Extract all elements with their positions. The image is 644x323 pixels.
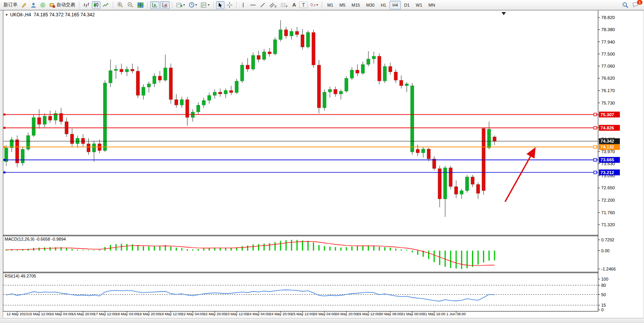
svg-text:18 May 04:00: 18 May 04:00 [116,312,138,316]
cursor-icon [218,2,223,8]
text-tool-button[interactable]: A [290,1,298,9]
cursor-tool-button[interactable] [216,1,225,9]
zoom-out-button[interactable] [126,1,135,9]
svg-text:71.760: 71.760 [601,210,615,215]
autotrading-button[interactable]: 自动交易 [48,1,77,9]
svg-text:31 May 16:00: 31 May 16:00 [423,312,446,316]
timeframe-m5[interactable]: M5 [337,1,348,9]
crosshair-icon [227,2,232,8]
toolbar-separator [147,2,148,9]
tile-windows-button[interactable] [136,1,145,9]
metaeditor-icon[interactable] [20,1,28,9]
svg-text:23 May 12:00: 23 May 12:00 [225,312,248,316]
svg-text:12 May 2023: 12 May 2023 [7,312,28,316]
templates-button[interactable]: ▾ [199,1,211,9]
svg-text:73.665: 73.665 [600,157,614,162]
shapes-tool-button[interactable]: ▾ [309,1,319,9]
periods-button[interactable]: ▾ [187,1,198,9]
svg-text:15 May 12:00: 15 May 12:00 [28,312,51,316]
svg-text:77.940: 77.940 [601,40,615,44]
person-glyph [31,2,36,8]
timeframe-m15[interactable]: M15 [349,1,363,9]
fibonacci-sub-label: F [286,5,288,8]
svg-text:80: 80 [601,283,606,288]
chart-title: ▼UKOil-,H4 74.185 74.372 74.165 74.342 [5,12,95,17]
templates-dropdown-caret: ▾ [208,3,209,7]
timeframe-h4[interactable]: H4 [390,1,400,9]
toolbar-grip [79,2,80,8]
bar-chart-icon [83,2,89,8]
svg-text:75.307: 75.307 [600,112,614,117]
svg-text:73.212: 73.212 [600,170,614,175]
trendline-tool-button[interactable] [258,1,267,9]
new-order-button[interactable]: 新订单 [2,1,19,9]
toolbar-separator [213,2,214,9]
svg-text:76.170: 76.170 [601,88,615,93]
candlestick-chart-button[interactable] [92,1,100,9]
svg-text:100: 100 [601,277,608,281]
new-order-label: 新订单 [4,2,18,8]
search-icon [622,2,628,8]
svg-text:76.620: 76.620 [601,76,615,80]
timeframe-mn[interactable]: MN [426,1,438,9]
vertical-line-tool-button[interactable] [239,1,247,9]
notifications-button[interactable]: 1 [631,1,640,9]
timeframe-m30[interactable]: M30 [363,1,377,9]
svg-text:50: 50 [601,292,606,297]
svg-text:26 May 04:00: 26 May 04:00 [313,312,336,316]
svg-text:15: 15 [601,303,606,307]
window-menu-icon[interactable]: ▼ [5,13,8,17]
autotrading-glyph [49,2,55,8]
toolbar-separator [322,2,322,9]
indicators-icon [176,2,182,8]
main-toolbar: 新订单 自动交易 ▾ ▾ [0,0,644,10]
svg-text:72.200: 72.200 [601,198,615,203]
line-chart-icon [103,2,109,8]
svg-text:29 May 12:00: 29 May 12:00 [357,312,380,316]
svg-text:0.7292: 0.7292 [601,237,614,242]
tile-windows-icon [137,2,144,8]
main-chart[interactable]: 78.82078.38077.94077.50077.06076.62076.1… [0,0,644,323]
svg-text:30 May 08:00: 30 May 08:00 [379,312,402,316]
svg-text:74.826: 74.826 [600,126,614,130]
timeframe-w1[interactable]: W1 [413,1,425,9]
svg-text:26 May 20:00: 26 May 20:00 [335,312,358,316]
horizontal-line-tool-button[interactable] [248,1,258,9]
metaeditor-glyph [21,2,27,8]
timeframe-d1[interactable]: D1 [402,1,412,9]
chart-shift-icon [162,2,168,8]
zoom-in-button[interactable] [116,1,125,9]
candlestick-chart-icon [93,2,99,8]
auto-scroll-icon [152,2,158,8]
equidistant-channel-tool-button[interactable]: E [268,1,278,9]
signals-icon[interactable] [39,1,47,9]
autotrading-label: 自动交易 [56,2,75,8]
text-label-tool-button[interactable]: T [299,2,308,8]
auto-scroll-button[interactable] [150,1,160,9]
svg-text:72.650: 72.650 [601,185,615,190]
line-chart-button[interactable] [101,1,111,9]
toolbar-separator [113,2,113,9]
svg-text:0.00: 0.00 [601,248,609,253]
chart-shift-button[interactable] [160,1,170,9]
horizontal-line-icon [250,2,256,8]
crosshair-tool-button[interactable] [225,1,234,9]
channel-sub-label: E [275,5,277,8]
indicators-dropdown-caret: ▾ [183,3,185,7]
search-button[interactable] [621,1,630,9]
zoom-in-icon [117,2,123,8]
fibonacci-tool-button[interactable]: F [279,1,289,9]
svg-text:77.500: 77.500 [601,52,615,56]
trendline-icon [260,2,265,8]
toolbar-separator [236,2,237,9]
indicators-button[interactable]: ▾ [175,1,186,9]
svg-text:1 Jun 08:00: 1 Jun 08:00 [446,312,466,316]
svg-text:24 May 20:00: 24 May 20:00 [269,312,292,316]
svg-text:-1.2466: -1.2466 [601,267,616,271]
timeframe-m1[interactable]: M1 [325,1,336,9]
bar-chart-button[interactable] [82,1,91,9]
timeframe-h1[interactable]: H1 [378,1,389,9]
svg-text:16 May 20:00: 16 May 20:00 [72,312,95,316]
community-icon[interactable] [29,1,38,9]
svg-text:22 May 20:00: 22 May 20:00 [204,312,226,316]
